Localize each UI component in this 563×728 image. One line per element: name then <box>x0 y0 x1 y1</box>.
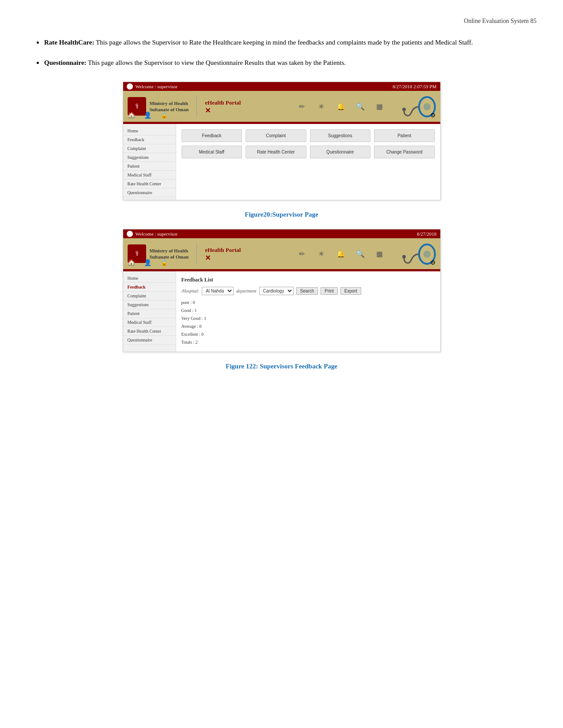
bell-icon: 🔔 <box>335 100 347 113</box>
bottom-nav-icons: 🏠 👤 🔒 <box>128 112 168 119</box>
bullet-1-text: This page allows the Supervisor to Rate … <box>96 39 473 46</box>
pencil-icon-2: ✏ <box>296 248 308 260</box>
svg-text:⚕: ⚕ <box>135 250 139 257</box>
bottom-right-icon: ⚙ <box>430 112 436 119</box>
sidebar-suggestions[interactable]: Suggestions <box>123 153 176 162</box>
search-icon-2: 🔍 <box>354 248 367 260</box>
lock-icon: 🔒 <box>160 112 168 119</box>
sidebar2-feedback[interactable]: Feedback <box>123 283 176 292</box>
button-grid-row1: Feedback Complaint Suggestions Patient <box>181 129 435 142</box>
pencil-icon: ✏ <box>296 100 308 113</box>
sidebar-home[interactable]: Home <box>123 127 176 135</box>
settings-icon: ⚙ <box>430 112 436 119</box>
stat-poor: poor : 0 <box>181 299 435 307</box>
sidebar-rate-health-center[interactable]: Rate Health Center <box>123 180 176 188</box>
person-icon-2: 👤 <box>144 259 151 266</box>
bullet-2-label: Questionnaire: <box>44 59 87 66</box>
sidebar2-medical-staff[interactable]: Medical Staff <box>123 318 176 327</box>
svg-point-8 <box>423 251 431 258</box>
sidebar2-patient[interactable]: Patient <box>123 309 176 318</box>
sidebar2-suggestions[interactable]: Suggestions <box>123 300 176 309</box>
page-header-text: Online Evaluation System 85 <box>464 18 537 24</box>
btn-suggestions[interactable]: Suggestions <box>310 129 371 142</box>
bullet-1-label: Rate HealthCare: <box>44 39 94 46</box>
sidebar-questionnaire[interactable]: Questionnaire <box>123 188 176 197</box>
btn-feedback[interactable]: Feedback <box>181 129 242 142</box>
figure122-sidebar: Home Feedback Complaint Suggestions Pati… <box>123 271 176 352</box>
stat-totals: Totals : 2 <box>181 338 435 346</box>
feedback-list-title: Feedback List <box>181 277 435 283</box>
department-select[interactable]: Cardiology <box>259 287 294 295</box>
portal-x-icon-2: ✕ <box>205 254 211 262</box>
figure20-screenshot: Welcome : supervisor 8/27/2018 2:07:59 P… <box>123 82 441 200</box>
svg-text:⚕: ⚕ <box>135 102 139 110</box>
btn-questionnaire[interactable]: Questionnaire <box>310 146 371 158</box>
department-label: department <box>236 289 257 293</box>
search-icon: 🔍 <box>354 100 367 113</box>
print-button[interactable]: Print <box>321 287 338 295</box>
figure20-caption: Figure20:Supervisor Page <box>26 211 537 218</box>
ehealth-portal-label: eHealth Portal ✕ <box>205 98 241 115</box>
page-header: Online Evaluation System 85 <box>26 18 537 25</box>
bullet-2-text: This page allows the Supervisor to view … <box>88 59 346 66</box>
stat-average: Average : 0 <box>181 323 435 330</box>
grid-icon: ▦ <box>374 100 386 113</box>
portal-divider <box>196 95 197 117</box>
figure20-main: Feedback Complaint Suggestions Patient M… <box>176 124 440 200</box>
figure122-topbar: Welcome : supervisor 8/27/2018 <box>123 229 440 238</box>
grid-icon-2: ▦ <box>374 248 386 260</box>
figure122-topbar-left: Welcome : supervisor <box>127 231 178 237</box>
figure122-caption: Figure 122: Supervisors Feedback Page <box>26 363 537 370</box>
topbar-datetime: 8/27/2018 2:07:59 PM <box>393 84 437 89</box>
org-name-2: Ministry of Health <box>150 248 189 254</box>
figure122-main: Feedback List /Hospital: Al Nahda depart… <box>176 271 440 352</box>
lock-icon-2: 🔒 <box>160 259 168 266</box>
export-button[interactable]: Export <box>340 287 361 295</box>
figure20-body: Home Feedback Complaint Suggestions Pati… <box>123 124 440 200</box>
sidebar2-complaint[interactable]: Complaint <box>123 292 176 300</box>
portal-name: eHealth Portal <box>205 99 241 106</box>
portal-x-icon: ✕ <box>205 107 211 114</box>
asterisk-icon: ✳ <box>315 100 328 113</box>
hospital-label: /Hospital: <box>181 289 200 293</box>
stat-good: Good : 1 <box>181 307 435 315</box>
bottom-right-icon-2: ⚙ <box>430 259 436 266</box>
figure122-nav: ⚕ Ministry of Health Sultanate of Oman e… <box>123 238 440 269</box>
svg-point-4 <box>402 108 406 111</box>
user-icon-2 <box>127 231 133 237</box>
sidebar-complaint[interactable]: Complaint <box>123 144 176 153</box>
ehealth-portal-label-2: eHealth Portal ✕ <box>205 246 241 262</box>
settings-icon-2: ⚙ <box>430 259 436 266</box>
sidebar2-home[interactable]: Home <box>123 274 176 283</box>
feedback-filters: /Hospital: Al Nahda department Cardiolog… <box>181 287 435 295</box>
svg-point-9 <box>402 255 406 259</box>
btn-patient[interactable]: Patient <box>374 129 435 142</box>
stat-excellent: Excellent : 0 <box>181 330 435 338</box>
hospital-select[interactable]: Al Nahda <box>202 287 234 295</box>
figure122-body: Home Feedback Complaint Suggestions Pati… <box>123 271 440 352</box>
figure122-welcome: Welcome : supervisor <box>136 231 178 236</box>
btn-complaint[interactable]: Complaint <box>246 129 306 142</box>
portal-name-2: eHealth Portal <box>205 247 241 253</box>
sidebar2-rate-health-center[interactable]: Rate Health Center <box>123 327 176 336</box>
topbar-welcome: Welcome : supervisor <box>136 84 178 89</box>
org-name: Ministry of Health <box>150 100 189 106</box>
home-icon-2: 🏠 <box>128 259 135 266</box>
bullet-list: Rate HealthCare: This page allows the Su… <box>44 35 537 68</box>
btn-rate-health-center[interactable]: Rate Health Center <box>246 146 306 158</box>
bell-icon-2: 🔔 <box>335 248 347 260</box>
bullet-item-1: Rate HealthCare: This page allows the Su… <box>44 35 537 49</box>
sidebar-patient[interactable]: Patient <box>123 162 176 171</box>
sidebar-feedback[interactable]: Feedback <box>123 135 176 144</box>
figure20-sidebar: Home Feedback Complaint Suggestions Pati… <box>123 124 176 200</box>
sidebar-medical-staff[interactable]: Medical Staff <box>123 171 176 180</box>
sidebar2-questionnaire[interactable]: Questionnaire <box>123 336 176 345</box>
home-icon: 🏠 <box>128 112 135 119</box>
person-icon: 👤 <box>144 112 151 119</box>
search-button[interactable]: Search <box>296 287 318 295</box>
btn-change-password[interactable]: Change Password <box>374 146 435 158</box>
user-icon <box>127 83 133 90</box>
btn-medical-staff[interactable]: Medical Staff <box>181 146 242 158</box>
topbar-left: Welcome : supervisor <box>127 83 178 90</box>
portal-divider-2 <box>196 243 197 265</box>
